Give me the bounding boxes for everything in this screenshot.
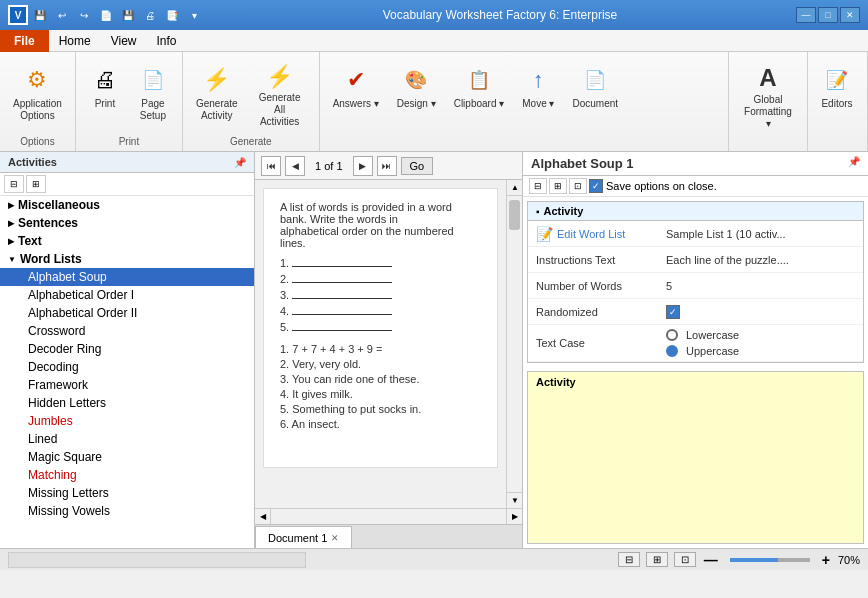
tree-item-alphabet-soup[interactable]: Alphabet Soup: [0, 268, 254, 286]
tree-item-miscellaneous[interactable]: ▶ Miscellaneous: [0, 196, 254, 214]
qa-save[interactable]: 💾: [30, 5, 50, 25]
clipboard-icon: 📋: [463, 64, 495, 96]
document-tab-1[interactable]: Document 1 ✕: [255, 526, 352, 548]
document-button[interactable]: 📄 Document: [565, 59, 625, 131]
ribbon-group-middle: ✔ Answers ▾ 🎨 Design ▾ 📋 Clipboard ▾ ↑ M…: [320, 52, 729, 151]
doc-tab-close[interactable]: ✕: [331, 533, 339, 543]
qa-save2[interactable]: 💾: [118, 5, 138, 25]
qa-new[interactable]: 📄: [96, 5, 116, 25]
qa-undo[interactable]: ↩: [52, 5, 72, 25]
tree-label-missing-vowels: Missing Vowels: [28, 504, 110, 518]
options-group-label: Options: [0, 136, 75, 147]
props-tb-btn2[interactable]: ⊞: [549, 178, 567, 194]
save-options-label[interactable]: ✓ Save options on close.: [589, 179, 717, 193]
lowercase-option[interactable]: Lowercase: [666, 329, 855, 341]
vscroll-down[interactable]: ▼: [507, 492, 522, 508]
tree-item-jumbles[interactable]: Jumbles: [0, 412, 254, 430]
doc-vscroll[interactable]: ▲ ▼: [506, 180, 522, 508]
status-view-btn3[interactable]: ⊡: [674, 552, 696, 567]
first-page-button[interactable]: ⏮: [261, 156, 281, 176]
tree-item-framework[interactable]: Framework: [0, 376, 254, 394]
next-page-button[interactable]: ▶: [353, 156, 373, 176]
menu-view[interactable]: View: [101, 30, 147, 52]
app-options-button[interactable]: ⚙ ApplicationOptions: [6, 59, 69, 131]
ribbon-group-options: ⚙ ApplicationOptions Options: [0, 52, 76, 151]
tree-item-decoding[interactable]: Decoding: [0, 358, 254, 376]
vscroll-up[interactable]: ▲: [507, 180, 522, 196]
pin-icon[interactable]: 📌: [234, 157, 246, 168]
tree-item-alphabetical-order-2[interactable]: Alphabetical Order II: [0, 304, 254, 322]
doc-paragraph: A list of words is provided in a word ba…: [280, 201, 481, 249]
expand-all-button[interactable]: ⊞: [26, 175, 46, 193]
tree-item-crossword[interactable]: Crossword: [0, 322, 254, 340]
collapse-icon[interactable]: ▪: [536, 206, 540, 217]
maximize-button[interactable]: □: [818, 7, 838, 23]
go-button[interactable]: Go: [401, 157, 434, 175]
tree-item-hidden-letters[interactable]: Hidden Letters: [0, 394, 254, 412]
edit-word-list-button[interactable]: 📝 Edit Word List: [536, 226, 666, 242]
sentence-3: 3. You can ride one of these.: [280, 373, 481, 385]
menu-file[interactable]: File: [0, 30, 49, 52]
qa-menu[interactable]: ▾: [184, 5, 204, 25]
qa-redo[interactable]: ↪: [74, 5, 94, 25]
activity-section-title: Activity: [544, 205, 584, 217]
doc-inner: A list of words is provided in a word ba…: [255, 180, 522, 508]
tree-item-text[interactable]: ▶ Text: [0, 232, 254, 250]
zoom-slider[interactable]: [730, 558, 810, 562]
qa-pdf[interactable]: 📑: [162, 5, 182, 25]
print-button[interactable]: 🖨 Print: [82, 59, 128, 131]
tree-item-missing-letters[interactable]: Missing Letters: [0, 484, 254, 502]
tree-item-magic-square[interactable]: Magic Square: [0, 448, 254, 466]
props-tb-btn1[interactable]: ⊟: [529, 178, 547, 194]
props-toolbar: ⊟ ⊞ ⊡ ✓ Save options on close.: [523, 176, 868, 197]
design-button[interactable]: 🎨 Design ▾: [390, 59, 443, 131]
uppercase-radio[interactable]: [666, 345, 678, 357]
menu-info[interactable]: Info: [146, 30, 186, 52]
tree-item-sentences[interactable]: ▶ Sentences: [0, 214, 254, 232]
vscroll-thumb[interactable]: [509, 200, 520, 230]
randomized-checkbox-container: ✓: [666, 305, 855, 319]
zoom-minus[interactable]: —: [702, 552, 720, 568]
title-bar: V 💾 ↩ ↪ 📄 💾 🖨 📑 ▾ Vocabulary Worksheet F…: [0, 0, 868, 30]
uppercase-option[interactable]: Uppercase: [666, 345, 855, 357]
tree-item-alphabetical-order-1[interactable]: Alphabetical Order I: [0, 286, 254, 304]
prev-page-button[interactable]: ◀: [285, 156, 305, 176]
last-page-button[interactable]: ⏭: [377, 156, 397, 176]
status-view-btn1[interactable]: ⊟: [618, 552, 640, 567]
global-formatting-button[interactable]: A GlobalFormatting ▾: [735, 59, 801, 131]
qa-print[interactable]: 🖨: [140, 5, 160, 25]
tree-item-word-lists[interactable]: ▼ Word Lists: [0, 250, 254, 268]
zoom-plus[interactable]: +: [820, 552, 832, 568]
menu-bar: File Home View Info: [0, 30, 868, 52]
move-button[interactable]: ↑ Move ▾: [515, 59, 561, 131]
lowercase-radio[interactable]: [666, 329, 678, 341]
tree-item-decoder-ring[interactable]: Decoder Ring: [0, 340, 254, 358]
tree-item-missing-vowels[interactable]: Missing Vowels: [0, 502, 254, 520]
hscroll-right[interactable]: ▶: [506, 509, 522, 525]
tree-item-matching[interactable]: Matching: [0, 466, 254, 484]
page-setup-button[interactable]: 📄 PageSetup: [130, 59, 176, 131]
print-group-label: Print: [76, 136, 182, 147]
generate-activity-button[interactable]: ⚡ GenerateActivity: [189, 59, 245, 131]
generate-all-button[interactable]: ⚡ GenerateAll Activities: [247, 59, 313, 131]
hscroll-left[interactable]: ◀: [255, 509, 271, 525]
clipboard-button[interactable]: 📋 Clipboard ▾: [447, 59, 512, 131]
status-view-btn2[interactable]: ⊞: [646, 552, 668, 567]
tree-item-lined[interactable]: Lined: [0, 430, 254, 448]
page-setup-icon: 📄: [137, 64, 169, 96]
minimize-button[interactable]: —: [796, 7, 816, 23]
menu-home[interactable]: Home: [49, 30, 101, 52]
randomized-checkbox[interactable]: ✓: [666, 305, 680, 319]
editors-button[interactable]: 📝 Editors: [814, 59, 860, 131]
answers-button[interactable]: ✔ Answers ▾: [326, 59, 386, 131]
text-case-row: Text Case Lowercase Uppercase: [528, 325, 863, 362]
collapse-all-button[interactable]: ⊟: [4, 175, 24, 193]
close-button[interactable]: ✕: [840, 7, 860, 23]
props-pin-icon[interactable]: 📌: [848, 156, 860, 171]
ribbon-group-formatting: A GlobalFormatting ▾: [729, 52, 808, 151]
design-icon: 🎨: [400, 64, 432, 96]
props-tb-btn3[interactable]: ⊡: [569, 178, 587, 194]
save-options-checkbox[interactable]: ✓: [589, 179, 603, 193]
vscroll-track: [507, 196, 522, 492]
instructions-row: Instructions Text Each line of the puzzl…: [528, 247, 863, 273]
